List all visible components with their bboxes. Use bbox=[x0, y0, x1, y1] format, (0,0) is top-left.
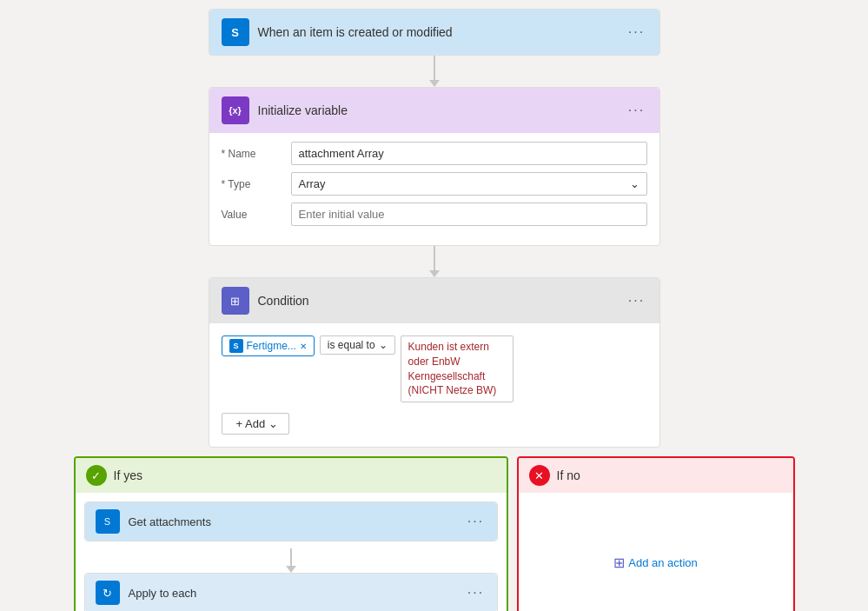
get-attachments-title: Get attachments bbox=[129, 515, 466, 528]
init-variable-more-button[interactable]: ··· bbox=[626, 100, 647, 121]
trigger-title: When an item is created or modified bbox=[258, 25, 626, 39]
apply-to-each-title: Apply to each bbox=[129, 587, 466, 600]
token-label: Fertigme... bbox=[247, 340, 296, 352]
if-no-branch: ✕ If no ⊞ Add an action bbox=[517, 456, 795, 611]
add-action-label: Add an action bbox=[628, 556, 698, 569]
arrow-3 bbox=[84, 548, 498, 573]
name-input[interactable] bbox=[291, 142, 647, 165]
arrow-1 bbox=[429, 56, 440, 87]
operator-value: is equal to bbox=[328, 339, 375, 351]
init-variable-title: Initialize variable bbox=[258, 103, 626, 117]
arrow-2 bbox=[429, 246, 440, 277]
name-field-row: * Name bbox=[222, 142, 647, 165]
type-field-row: * Type Array ⌄ bbox=[222, 172, 647, 196]
yes-check-icon: ✓ bbox=[86, 465, 107, 486]
type-select[interactable]: Array ⌄ bbox=[291, 172, 647, 196]
value-label: Value bbox=[222, 209, 291, 221]
type-label: * Type bbox=[222, 178, 291, 190]
value-input[interactable] bbox=[291, 203, 647, 226]
trigger-more-button[interactable]: ··· bbox=[626, 22, 647, 43]
chevron-down-icon: ⌄ bbox=[268, 417, 278, 430]
if-yes-branch: ✓ If yes S Get attachments ··· bbox=[74, 456, 508, 611]
init-variable-header[interactable]: {x} Initialize variable ··· bbox=[209, 88, 659, 133]
get-attachments-sp-icon: S bbox=[96, 509, 120, 534]
trigger-header[interactable]: S When an item is created or modified ··… bbox=[209, 10, 659, 55]
condition-more-button[interactable]: ··· bbox=[626, 290, 647, 311]
token-close-button[interactable]: ✕ bbox=[300, 342, 307, 351]
condition-title: Condition bbox=[258, 294, 626, 308]
variable-icon: {x} bbox=[222, 96, 249, 124]
chevron-down-icon: ⌄ bbox=[630, 177, 639, 190]
if-no-label: If no bbox=[557, 468, 580, 482]
condition-value[interactable]: Kunden ist extern oder EnbW Kerngesellsc… bbox=[401, 335, 514, 402]
condition-add-button[interactable]: + Add ⌄ bbox=[222, 413, 290, 435]
get-attachments-more-button[interactable]: ··· bbox=[466, 511, 487, 532]
add-action-icon: ⊞ bbox=[613, 555, 625, 571]
apply-to-each-more-button[interactable]: ··· bbox=[466, 582, 487, 603]
branches-container: ✓ If yes S Get attachments ··· bbox=[74, 456, 795, 611]
condition-token[interactable]: S Fertigme... ✕ bbox=[222, 335, 315, 356]
condition-body: S Fertigme... ✕ is equal to ⌄ Kunden ist… bbox=[209, 323, 659, 447]
trigger-card: S When an item is created or modified ··… bbox=[209, 9, 660, 56]
condition-icon-text: ⊞ bbox=[230, 295, 240, 308]
chevron-down-icon: ⌄ bbox=[379, 339, 388, 351]
condition-header[interactable]: ⊞ Condition ··· bbox=[209, 278, 659, 323]
trigger-icon: S bbox=[222, 18, 249, 46]
no-x-icon: ✕ bbox=[529, 465, 550, 486]
condition-icon: ⊞ bbox=[222, 287, 249, 315]
get-attachments-header[interactable]: S Get attachments ··· bbox=[85, 502, 497, 541]
condition-row: S Fertigme... ✕ is equal to ⌄ Kunden ist… bbox=[222, 335, 647, 402]
name-label: * Name bbox=[222, 148, 291, 160]
if-yes-header: ✓ If yes bbox=[76, 458, 507, 493]
if-no-header: ✕ If no bbox=[519, 458, 793, 493]
init-variable-body: * Name * Type Array ⌄ Value bbox=[209, 133, 659, 245]
apply-to-each-header[interactable]: ↻ Apply to each ··· bbox=[85, 574, 497, 611]
operator-select[interactable]: is equal to ⌄ bbox=[320, 335, 395, 355]
if-yes-content: S Get attachments ··· bbox=[76, 493, 507, 611]
variable-icon-text: {x} bbox=[229, 105, 242, 116]
value-field-row: Value bbox=[222, 203, 647, 226]
condition-card: ⊞ Condition ··· S Fertigme... ✕ is equal… bbox=[209, 277, 660, 448]
if-no-content: ⊞ Add an action bbox=[519, 493, 793, 611]
token-sp-icon: S bbox=[229, 339, 243, 353]
apply-to-each-card: ↻ Apply to each ··· ** Select an output … bbox=[84, 573, 498, 611]
init-variable-card: {x} Initialize variable ··· * Name * Typ… bbox=[209, 87, 660, 246]
apply-to-each-icon: ↻ bbox=[96, 581, 120, 605]
get-attachments-card: S Get attachments ··· bbox=[84, 501, 498, 541]
type-select-value: Array bbox=[299, 177, 326, 190]
sharepoint-icon: S bbox=[231, 26, 239, 39]
add-label: + Add bbox=[236, 417, 266, 430]
if-yes-label: If yes bbox=[114, 468, 142, 482]
add-action-button[interactable]: ⊞ Add an action bbox=[601, 548, 710, 578]
